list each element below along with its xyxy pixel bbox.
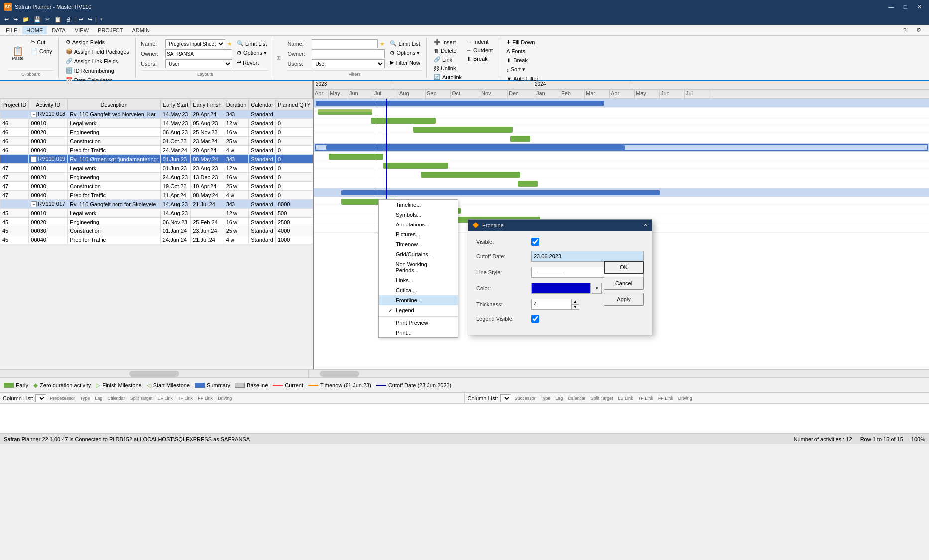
apply-button[interactable]: Apply	[604, 293, 644, 306]
table-row[interactable]: −RV110 017Rv. 110 Gangfelt nord for Skol…	[0, 200, 313, 209]
table-row[interactable]: 4500020Engineering06.Nov.2325.Feb.2416 w…	[0, 218, 313, 226]
link-button[interactable]: 🔗 Link	[432, 55, 464, 64]
filter-options-button[interactable]: ⚙ Options ▾	[388, 49, 422, 57]
thickness-down-button[interactable]: ▼	[571, 304, 579, 310]
indent-button[interactable]: → Indent	[464, 38, 495, 46]
col-list-select-2[interactable]	[500, 394, 511, 402]
qat-undo[interactable]: ↩	[3, 16, 10, 23]
qat-copy[interactable]: 📋	[53, 16, 63, 23]
unlink-button[interactable]: ⛓ Unlink	[432, 64, 464, 72]
ctx-frontline[interactable]: Frontline...	[379, 295, 458, 305]
table-row[interactable]: 4500010Legal work14.Aug.2312 wStandard50…	[0, 209, 313, 218]
cut-button[interactable]: ✂ Cut	[29, 38, 54, 46]
qat-redo2[interactable]: ↪	[86, 16, 94, 23]
filter-now-button[interactable]: ▶ Filter Now	[388, 58, 422, 67]
ctx-nonworking[interactable]: Non Working Periods...	[379, 259, 458, 275]
window-controls[interactable]: — □ ✕	[885, 2, 925, 12]
thickness-up-button[interactable]: ▲	[571, 299, 579, 304]
close-button[interactable]: ✕	[913, 2, 925, 12]
ctx-timeline[interactable]: Timeline...	[379, 200, 458, 210]
qat-save[interactable]: 💾	[32, 16, 42, 23]
ctx-pictures[interactable]: Pictures...	[379, 229, 458, 239]
maximize-button[interactable]: □	[899, 2, 911, 12]
layout-name-select[interactable]: Progress Input Sheet	[165, 39, 225, 48]
options-btn[interactable]: ⚙	[912, 26, 925, 34]
ctx-print[interactable]: Print...	[379, 328, 458, 337]
qat-print[interactable]: 🖨	[64, 16, 73, 23]
editing-break-button[interactable]: ⏸ Break	[504, 56, 566, 64]
table-row[interactable]: 4500030Construction01.Jan.2423.Jun.2425 …	[0, 226, 313, 235]
menu-home[interactable]: HOME	[22, 26, 47, 34]
table-row[interactable]: 4500040Prep for Traffic24.Jun.2421.Jul.2…	[0, 235, 313, 244]
table-row[interactable]: 4600030Construction01.Oct.2323.Mar.2425 …	[0, 137, 313, 146]
ctx-critical[interactable]: Critical...	[379, 285, 458, 295]
assign-fields-button[interactable]: ⚙ Assign Fields	[64, 38, 131, 46]
qat-undo2[interactable]: ↩	[77, 16, 85, 23]
assign-field-packages-button[interactable]: 📦 Assign Field Packages	[64, 47, 131, 56]
menu-admin[interactable]: ADMIN	[128, 26, 153, 34]
table-row[interactable]: 4700040Prep for Traffic11.Apr.2408.May.2…	[0, 191, 313, 200]
qat-open[interactable]: 📁	[21, 16, 31, 23]
layouts-options-button[interactable]: ⚙ Options ▾	[235, 49, 269, 57]
qat-redo[interactable]: ↪	[12, 16, 19, 23]
col-list-select-1[interactable]	[35, 394, 46, 402]
thickness-input[interactable]	[531, 299, 571, 310]
table-row[interactable]: 4700030Construction19.Oct.2310.Apr.2425 …	[0, 182, 313, 191]
layout-users-select[interactable]: User	[165, 59, 232, 68]
minimize-button[interactable]: —	[885, 2, 897, 12]
table-row[interactable]: 4600010Legal work14.May.2305.Aug.2312 wS…	[0, 119, 313, 128]
horizontal-scrollbar[interactable]	[0, 369, 929, 377]
legend-early-label: Early	[16, 382, 28, 388]
table-row[interactable]: −RV110 018Rv. 110 Gangfelt ved Norveien,…	[0, 110, 313, 119]
ctx-legend[interactable]: ✓ Legend	[379, 305, 458, 315]
layout-owner-input[interactable]	[165, 49, 232, 58]
help-btn[interactable]: ?	[899, 26, 910, 34]
ctx-timenow[interactable]: Timenow...	[379, 239, 458, 249]
revert-button[interactable]: ↩ Revert	[235, 58, 269, 67]
visible-checkbox[interactable]	[531, 238, 539, 246]
menu-view[interactable]: VIEW	[71, 26, 93, 34]
ctx-symbols[interactable]: Symbols...	[379, 210, 458, 220]
cancel-button[interactable]: Cancel	[604, 277, 644, 290]
expand-button[interactable]: −	[31, 112, 37, 117]
delete-button[interactable]: 🗑 Delete	[432, 47, 464, 55]
outdent-button[interactable]: ← Outdent	[464, 46, 495, 54]
sort-button[interactable]: ↕ Sort ▾	[504, 65, 566, 74]
filter-limit-list-button[interactable]: 🔍 Limit List	[388, 39, 422, 48]
expand-button[interactable]: −	[31, 201, 37, 207]
table-row[interactable]: 4600040Prep for Traffic24.Mar.2420.Apr.2…	[0, 146, 313, 155]
filter-users-select[interactable]: User	[312, 59, 385, 68]
fill-down-button[interactable]: ⬇ Fill Down	[504, 38, 566, 46]
table-row[interactable]: −RV110 019Rv. 110 Ørmen sør fjundamanter…	[0, 155, 313, 164]
context-menu[interactable]: Timeline... Symbols... Annotations... Pi…	[378, 199, 458, 338]
filter-owner-input[interactable]	[312, 49, 385, 58]
paste-button[interactable]: 📋 Paste	[8, 38, 28, 69]
limit-list-button[interactable]: 🔍 Limit List	[235, 39, 269, 48]
color-dropdown-button[interactable]: ▾	[592, 283, 602, 294]
copy-button[interactable]: 📄 Copy	[29, 47, 54, 55]
table-row[interactable]: 4600020Engineering06.Aug.2325.Nov.2316 w…	[0, 128, 313, 137]
ok-button[interactable]: OK	[604, 261, 644, 274]
ctx-links[interactable]: Links...	[379, 275, 458, 285]
frontline-close-icon[interactable]: ✕	[643, 222, 648, 228]
table-row[interactable]: 4700020Engineering24.Aug.2313.Dec.2316 w…	[0, 173, 313, 182]
menu-project[interactable]: PROJECT	[94, 26, 127, 34]
ctx-annotations[interactable]: Annotations...	[379, 220, 458, 229]
expand-button[interactable]: −	[31, 156, 37, 162]
insert-button[interactable]: ➕ Insert	[432, 38, 464, 46]
cutoff-date-input[interactable]	[531, 251, 644, 262]
id-renumbering-button[interactable]: 🔢 ID Renumbering	[64, 66, 131, 75]
menu-data[interactable]: DATA	[48, 26, 70, 34]
qat-cut[interactable]: ✂	[44, 16, 51, 23]
assign-link-fields-button[interactable]: 🔗 Assign Link Fields	[64, 57, 131, 65]
filter-name-input[interactable]	[312, 39, 378, 48]
legend-visible-checkbox[interactable]	[531, 315, 539, 323]
menu-file[interactable]: FILE	[2, 26, 21, 34]
fonts-button[interactable]: A Fonts	[504, 47, 566, 55]
break-button[interactable]: ⏸ Break	[464, 55, 495, 63]
table-row[interactable]: 4700010Legal work01.Jun.2323.Aug.2312 wS…	[0, 164, 313, 173]
color-swatch[interactable]	[531, 283, 591, 294]
ctx-grid[interactable]: Grid/Curtains...	[379, 249, 458, 259]
ctx-print-preview[interactable]: Print Preview	[379, 318, 458, 328]
autolink-button[interactable]: 🔄 Autolink	[432, 73, 464, 81]
